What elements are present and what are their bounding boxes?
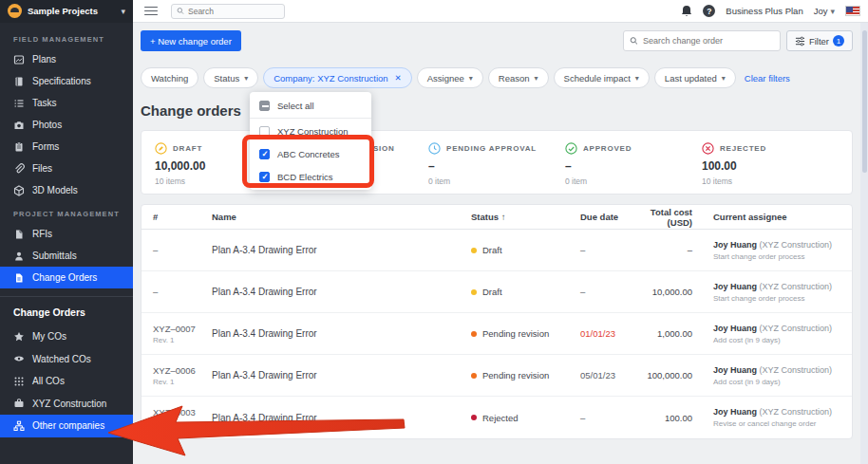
chip-reason[interactable]: Reason▾ (488, 67, 549, 88)
summary-card-pending-approval[interactable]: PENDING APPROVAL – 0 item (428, 142, 565, 186)
chevron-down-icon: ▾ (722, 74, 726, 83)
specifications-icon (13, 76, 25, 87)
col-name[interactable]: Name (212, 212, 471, 222)
table-header: # Name Status ↑ Due date Total cost (USD… (142, 205, 852, 230)
dropdown-divider (250, 118, 371, 119)
sidebar-item-forms[interactable]: Forms (0, 136, 133, 158)
project-selector[interactable]: Sample Projects ▾ (0, 0, 133, 23)
us-flag-icon[interactable] (845, 6, 860, 16)
table-row[interactable]: – Plan A-3.4 Drawing Error Draft – 10,00… (142, 271, 852, 313)
table-row[interactable]: XYZ–0007Rev. 1 Plan A-3.4 Drawing Error … (142, 313, 852, 355)
sidebar-item-submittals[interactable]: Submittals (0, 245, 133, 267)
table-row[interactable]: XYZ–0003Rev. 1 Plan A-3.4 Drawing Error … (142, 397, 852, 438)
chip-company[interactable]: Company: XYZ Construction✕ (263, 67, 412, 88)
global-search[interactable] (171, 4, 285, 19)
sidebar-divider (0, 296, 133, 297)
filter-button[interactable]: Filter 1 (786, 30, 853, 51)
x-circle-icon (702, 142, 714, 155)
filter-count-badge: 1 (833, 35, 844, 46)
sidebar-item-watched-cos[interactable]: Watched COs (0, 348, 133, 371)
tasks-icon (13, 98, 25, 109)
chevron-down-icon: ▾ (244, 74, 248, 83)
change-orders-group-title: Change Orders (0, 299, 133, 325)
pencil-circle-icon (155, 142, 167, 155)
filter-label: Filter (809, 36, 829, 46)
col-current-assignee[interactable]: Current assignee (692, 212, 840, 222)
dropdown-option-bcd-electrics[interactable]: BCD Electrics (250, 165, 371, 188)
forms-icon (13, 141, 25, 153)
dropdown-option-abc-concretes[interactable]: ABC Concretes (250, 142, 371, 165)
user-menu[interactable]: Joy ▾ (814, 6, 835, 16)
sidebar-item-plans[interactable]: Plans (0, 48, 133, 70)
sidebar-item-3d-models[interactable]: 3D Models (0, 179, 133, 201)
chevron-down-icon: ▾ (535, 74, 538, 83)
sidebar: FIELD MANAGEMENT Plans Specifications Ta… (0, 23, 133, 464)
col-id[interactable]: # (153, 212, 212, 222)
bell-icon[interactable] (681, 5, 692, 17)
close-icon[interactable]: ✕ (395, 73, 402, 83)
clock-circle-icon (428, 142, 441, 155)
change-order-search-input[interactable] (643, 36, 774, 46)
chip-last-updated[interactable]: Last updated▾ (654, 67, 736, 88)
checkbox-unchecked-icon[interactable] (259, 126, 270, 137)
plan-label: Business Plus Plan (726, 6, 802, 16)
app-window: Sample Projects ▾ ? Business Plus Plan J… (0, 0, 868, 464)
checkbox-checked-icon[interactable] (259, 149, 270, 159)
menu-icon[interactable] (144, 7, 158, 16)
grid-icon (13, 376, 25, 387)
chevron-down-icon: ▾ (830, 7, 835, 16)
chip-status[interactable]: Status▾ (203, 67, 258, 88)
sidebar-item-my-cos[interactable]: My COs (0, 325, 133, 348)
top-bar: Sample Projects ▾ ? Business Plus Plan J… (0, 0, 868, 23)
photos-icon (13, 120, 25, 131)
chip-watching[interactable]: Watching (141, 67, 198, 88)
scrollbar-thumb[interactable] (862, 30, 867, 173)
status-dot (471, 248, 477, 253)
checkbox-indeterminate-icon[interactable] (259, 101, 270, 111)
user-name: Joy (814, 6, 828, 16)
chevron-down-icon: ▾ (635, 74, 639, 83)
checkbox-checked-icon[interactable] (259, 172, 270, 182)
chevron-down-icon: ▾ (469, 74, 473, 83)
summary-card-approved[interactable]: APPROVED – 0 item (565, 142, 702, 186)
rfis-icon (13, 229, 25, 240)
chip-assignee[interactable]: Assignee▾ (417, 67, 483, 88)
chip-schedule-impact[interactable]: Schedule impact▾ (554, 67, 650, 88)
eye-icon (13, 353, 25, 364)
sidebar-item-all-cos[interactable]: All COs (0, 370, 133, 393)
sidebar-item-files[interactable]: Files (0, 158, 133, 179)
new-change-order-button[interactable]: + New change order (141, 30, 241, 51)
files-icon (13, 163, 25, 175)
sidebar-item-specifications[interactable]: Specifications (0, 70, 133, 92)
section-label-field-management: FIELD MANAGEMENT (0, 27, 133, 48)
dropdown-option-xyz-construction[interactable]: XYZ Construction (250, 120, 371, 142)
table-row[interactable]: – Plan A-3.4 Drawing Error Draft – – Joy… (142, 230, 852, 271)
scrollbar[interactable] (860, 23, 868, 464)
sidebar-item-tasks[interactable]: Tasks (0, 92, 133, 114)
toolbar: + New change order Filter 1 (141, 30, 853, 51)
3d-models-icon (13, 185, 25, 196)
dropdown-option-select-all[interactable]: Select all (250, 94, 371, 117)
sidebar-item-rfis[interactable]: RFIs (0, 223, 133, 245)
col-due-date[interactable]: Due date (580, 212, 635, 222)
project-name: Sample Projects (28, 6, 115, 16)
change-order-search[interactable] (623, 30, 781, 51)
status-dot (471, 331, 477, 337)
chevron-down-icon: ▾ (121, 7, 125, 16)
sidebar-item-photos[interactable]: Photos (0, 114, 133, 136)
sidebar-item-other-companies[interactable]: Other companies (0, 415, 133, 437)
help-icon[interactable]: ? (703, 5, 715, 17)
status-dot (471, 415, 477, 420)
table-row[interactable]: XYZ–0006Rev. 1 Plan A-3.4 Drawing Error … (142, 355, 852, 397)
sidebar-item-xyz-construction[interactable]: XYZ Construction (0, 393, 133, 416)
col-total-cost[interactable]: Total cost (USD) (635, 207, 692, 228)
status-dot (471, 373, 477, 379)
global-search-input[interactable] (188, 7, 279, 16)
company-filter-dropdown: Select all XYZ Construction ABC Concrete… (250, 92, 371, 190)
summary-card-rejected[interactable]: REJECTED 100.00 10 items (702, 142, 839, 186)
col-status[interactable]: Status ↑ (471, 212, 580, 222)
sort-asc-icon: ↑ (501, 212, 506, 222)
sidebar-item-change-orders[interactable]: Change Orders (0, 267, 133, 288)
clear-filters-link[interactable]: Clear filters (745, 73, 790, 84)
star-icon (13, 331, 25, 343)
